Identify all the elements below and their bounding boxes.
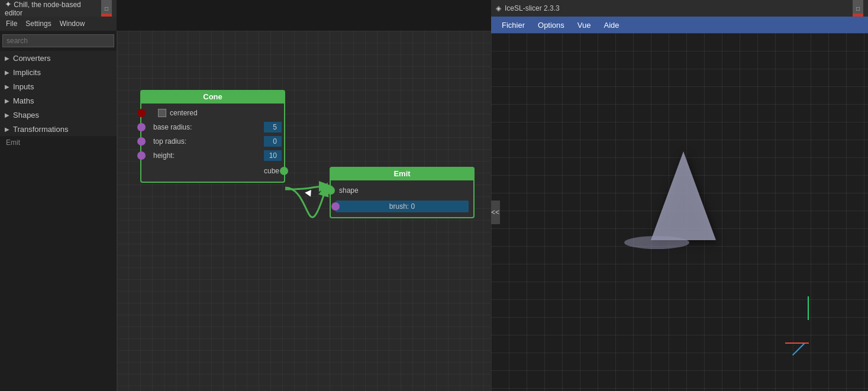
sidebar-item-transformations[interactable]: ▶ Transformations	[0, 122, 117, 136]
shapes-arrow: ▶	[5, 112, 9, 118]
emit-node[interactable]: Emit shape brush: 0	[330, 167, 475, 218]
main-connection	[285, 186, 327, 217]
sidebar-item-converters[interactable]: ▶ Converters	[0, 51, 117, 65]
maths-label: Maths	[13, 96, 34, 105]
emit-brush-port[interactable]	[331, 202, 340, 211]
maths-arrow: ▶	[5, 98, 9, 104]
cone-baseradius-value[interactable]: 5	[264, 122, 282, 133]
icesl-titlebar: ◈ IceSL-slicer 2.3.3 − □ ✕	[491, 0, 868, 17]
icesl-icon: ◈	[496, 4, 501, 12]
canvas-area[interactable]: Cone centered base radius: 5 top radius:	[117, 31, 491, 391]
divider-vertical	[117, 31, 118, 391]
sidebar-item-emit: Emit	[0, 136, 117, 149]
icesl-menu-vue[interactable]: Vue	[572, 21, 597, 30]
menu-settings[interactable]: Settings	[22, 20, 54, 28]
icesl-viewport[interactable]: <<	[491, 33, 868, 391]
title-left: ✦ Chill, the node-based editor	[5, 0, 98, 17]
transformations-arrow: ▶	[5, 126, 9, 133]
emit-shape-label: shape	[339, 186, 359, 195]
viewport-grid: <<	[491, 33, 868, 391]
cone-topradius-port[interactable]	[137, 137, 146, 146]
cone-baseradius-label: base radius:	[151, 123, 264, 131]
cone-height-row: height: 10	[141, 148, 284, 163]
icesl-maximize-button[interactable]: □	[853, 3, 863, 14]
cone-topradius-row: top radius: 0	[141, 134, 284, 148]
cursor	[305, 188, 314, 196]
transformations-label: Transformations	[13, 125, 68, 134]
menu-window[interactable]: Window	[56, 20, 89, 28]
sidebar-item-maths[interactable]: ▶ Maths	[0, 93, 117, 108]
search-box[interactable]	[2, 34, 114, 47]
cone-topradius-value[interactable]: 0	[264, 136, 282, 147]
cone-centered-port[interactable]	[137, 109, 146, 117]
chill-app-icon: ✦	[5, 0, 12, 9]
sidebar-item-shapes[interactable]: ▶ Shapes	[0, 108, 117, 122]
icesl-title: IceSL-slicer 2.3.3	[505, 4, 560, 12]
cone-output-port[interactable]	[280, 167, 288, 175]
emit-node-header: Emit	[330, 167, 475, 180]
cone-node-header: Cone	[140, 90, 285, 104]
cone-centered-label: centered	[170, 109, 198, 117]
implicits-label: Implicits	[13, 68, 41, 77]
inputs-arrow: ▶	[5, 83, 9, 90]
emit-shape-row: shape	[331, 183, 473, 198]
z-axis	[792, 343, 805, 356]
chill-titlebar: ✦ Chill, the node-based editor − □ ✕	[0, 0, 117, 17]
cone-baseradius-port[interactable]	[137, 123, 146, 131]
x-axis	[785, 342, 809, 344]
cone-height-value[interactable]: 10	[264, 150, 282, 161]
cone-centered-row: centered	[141, 106, 284, 120]
icesl-menu-fichier[interactable]: Fichier	[496, 21, 531, 30]
shapes-label: Shapes	[13, 111, 39, 119]
y-axis	[808, 296, 809, 320]
search-input[interactable]	[7, 37, 110, 45]
cone-3d-shape	[651, 151, 716, 240]
icesl-panel: ◈ IceSL-slicer 2.3.3 − □ ✕ Fichier Optio…	[491, 0, 868, 391]
emit-node-body: shape brush: 0	[330, 180, 475, 218]
cone-to-emit-connection	[285, 186, 330, 189]
menu-file[interactable]: File	[2, 20, 21, 28]
emit-brush-button[interactable]: brush: 0	[335, 201, 469, 212]
emit-brush-row: brush: 0	[331, 198, 473, 215]
maximize-button[interactable]: □	[101, 3, 112, 14]
icesl-menu-aide[interactable]: Aide	[598, 21, 625, 30]
cone-centered-checkbox[interactable]	[158, 109, 166, 117]
cone-baseradius-row: base radius: 5	[141, 120, 284, 134]
cone-3d-base	[624, 236, 689, 249]
sidebar-item-implicits[interactable]: ▶ Implicits	[0, 65, 117, 79]
cone-node[interactable]: Cone centered base radius: 5 top radius:	[140, 90, 285, 183]
icesl-menubar: Fichier Options Vue Aide	[491, 17, 868, 33]
cone-output-row: cube	[141, 163, 284, 179]
icesl-title-left: ◈ IceSL-slicer 2.3.3	[496, 4, 560, 12]
left-panel: ✦ Chill, the node-based editor − □ ✕ Fil…	[0, 0, 117, 391]
emit-label: Emit	[6, 138, 20, 147]
sidebar-item-inputs[interactable]: ▶ Inputs	[0, 79, 117, 93]
collapse-arrow[interactable]: <<	[491, 201, 500, 224]
converters-arrow: ▶	[5, 55, 9, 62]
emit-shape-port[interactable]	[327, 186, 335, 195]
inputs-label: Inputs	[13, 82, 34, 91]
icesl-menu-options[interactable]: Options	[532, 21, 570, 30]
cone-height-label: height:	[151, 151, 264, 160]
cone-topradius-label: top radius:	[151, 137, 264, 146]
implicits-arrow: ▶	[5, 69, 9, 76]
chill-menubar: File Settings Window	[0, 17, 117, 31]
converters-label: Converters	[13, 54, 51, 63]
chill-title: Chill, the node-based editor	[5, 1, 81, 17]
cone-node-body: centered base radius: 5 top radius: 0 he…	[140, 104, 285, 183]
cone-height-port[interactable]	[137, 151, 146, 160]
